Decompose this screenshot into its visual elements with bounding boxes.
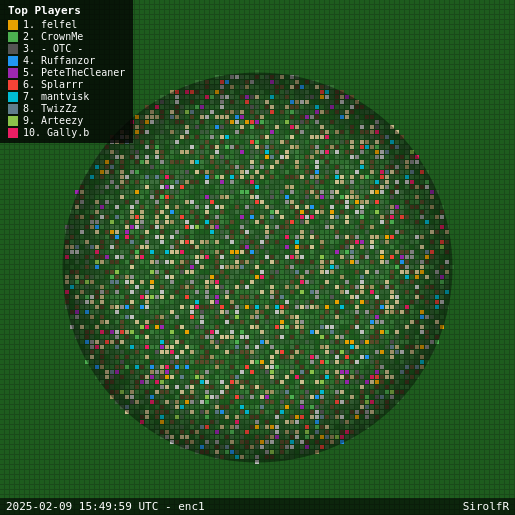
legend-label: 8. TwizZz	[23, 103, 77, 114]
legend-label: 2. CrownMe	[23, 31, 83, 42]
legend-item: 2. CrownMe	[8, 31, 125, 42]
legend-title: Top Players	[8, 4, 125, 17]
legend-label: 3. - OTC -	[23, 43, 83, 54]
legend-item: 7. mantvisk	[8, 91, 125, 102]
legend-item: 4. Ruffanzor	[8, 55, 125, 66]
timestamp: 2025-02-09 15:49:59 UTC - enc1	[6, 500, 205, 513]
legend-color-swatch	[8, 128, 18, 138]
legend-color-swatch	[8, 92, 18, 102]
legend-panel: Top Players 1. felfel2. CrownMe3. - OTC …	[0, 0, 133, 143]
legend-item: 1. felfel	[8, 19, 125, 30]
legend-color-swatch	[8, 80, 18, 90]
legend-item: 6. Splarrr	[8, 79, 125, 90]
legend-color-swatch	[8, 104, 18, 114]
legend-label: 5. PeteTheCleaner	[23, 67, 125, 78]
legend-label: 1. felfel	[23, 19, 77, 30]
legend-color-swatch	[8, 116, 18, 126]
legend-color-swatch	[8, 68, 18, 78]
legend-label: 10. Gally.b	[23, 127, 89, 138]
legend-item: 10. Gally.b	[8, 127, 125, 138]
legend-label: 7. mantvisk	[23, 91, 89, 102]
legend-label: 6. Splarrr	[23, 79, 83, 90]
bottom-bar: 2025-02-09 15:49:59 UTC - enc1 SirolfR	[0, 498, 515, 515]
legend-item: 5. PeteTheCleaner	[8, 67, 125, 78]
legend-color-swatch	[8, 20, 18, 30]
legend-items: 1. felfel2. CrownMe3. - OTC -4. Ruffanzo…	[8, 19, 125, 138]
legend-color-swatch	[8, 56, 18, 66]
legend-label: 9. Arteezy	[23, 115, 83, 126]
legend-color-swatch	[8, 44, 18, 54]
legend-label: 4. Ruffanzor	[23, 55, 95, 66]
legend-item: 9. Arteezy	[8, 115, 125, 126]
legend-item: 3. - OTC -	[8, 43, 125, 54]
legend-item: 8. TwizZz	[8, 103, 125, 114]
server-name: SirolfR	[463, 500, 509, 513]
legend-color-swatch	[8, 32, 18, 42]
